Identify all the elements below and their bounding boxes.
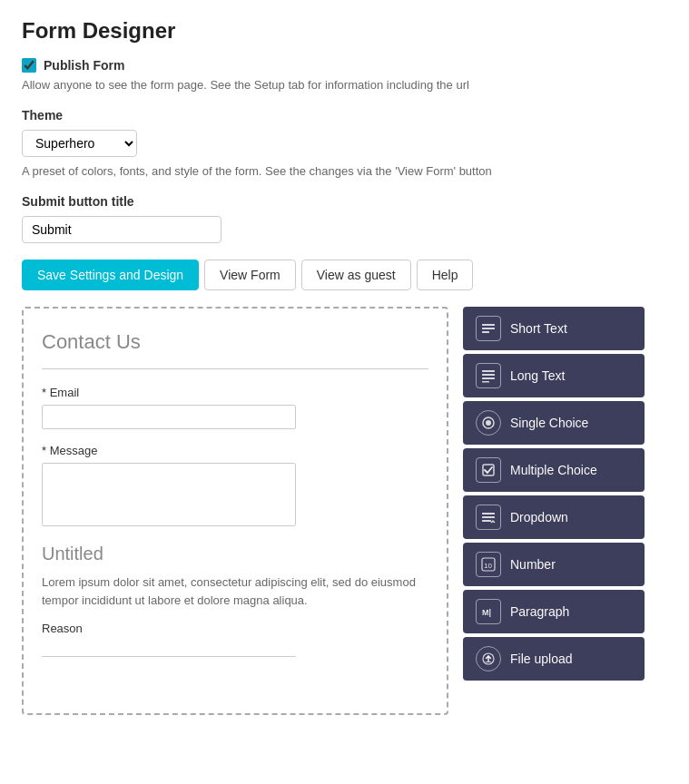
palette-item-dropdown[interactable]: Dropdown: [463, 495, 645, 539]
reason-label: Reason: [42, 622, 428, 635]
message-textarea[interactable]: [42, 463, 296, 526]
view-as-guest-button[interactable]: View as guest: [301, 260, 411, 290]
submit-title-input[interactable]: [22, 216, 221, 243]
file-upload-icon: [476, 646, 501, 671]
svg-point-8: [486, 420, 491, 426]
view-form-button[interactable]: View Form: [204, 260, 296, 290]
message-label: * Message: [42, 444, 428, 457]
number-label: Number: [510, 557, 556, 572]
svg-text:M|: M|: [482, 608, 491, 617]
palette-item-paragraph[interactable]: M| Paragraph: [463, 590, 645, 633]
publish-checkbox[interactable]: [22, 58, 36, 73]
svg-rect-10: [482, 513, 495, 514]
email-field: * Email: [42, 386, 428, 429]
form-preview-title: Contact Us: [42, 330, 428, 354]
publish-hint: Allow anyone to see the form page. See t…: [22, 78, 667, 92]
svg-rect-0: [482, 324, 495, 326]
publish-label: Publish Form: [44, 58, 124, 73]
form-preview: Contact Us * Email * Message Untitled Lo…: [22, 307, 448, 715]
file-upload-label: File upload: [510, 652, 573, 666]
svg-rect-4: [482, 374, 495, 376]
dropdown-icon: [476, 505, 501, 530]
theme-hint: A preset of colors, fonts, and style of …: [22, 164, 667, 178]
svg-rect-6: [482, 381, 489, 383]
single-choice-icon: [476, 410, 501, 436]
palette-item-number[interactable]: 10 Number: [463, 543, 645, 586]
action-buttons: Save Settings and Design View Form View …: [22, 260, 667, 290]
field-palette: Short Text Long Text Single Choice: [463, 307, 645, 681]
svg-rect-5: [482, 377, 495, 379]
paragraph-label: Paragraph: [510, 604, 569, 619]
section-title: Untitled: [42, 544, 428, 564]
reason-field: Reason: [42, 622, 428, 657]
email-label: * Email: [42, 386, 428, 399]
email-input[interactable]: [42, 405, 296, 429]
theme-section: Theme Superhero Default Cosmo Flatly Lum…: [22, 108, 667, 178]
palette-item-multiple-choice[interactable]: Multiple Choice: [463, 448, 645, 492]
dropdown-label: Dropdown: [510, 510, 568, 524]
palette-item-long-text[interactable]: Long Text: [463, 354, 645, 397]
preview-divider: [42, 368, 428, 369]
palette-item-single-choice[interactable]: Single Choice: [463, 401, 645, 445]
short-text-label: Short Text: [510, 321, 567, 336]
multiple-choice-icon: [476, 457, 501, 483]
long-text-label: Long Text: [510, 368, 565, 383]
theme-label: Theme: [22, 108, 667, 122]
svg-rect-12: [482, 520, 491, 522]
page-title: Form Designer: [22, 18, 667, 44]
help-button[interactable]: Help: [417, 260, 474, 290]
theme-select[interactable]: Superhero Default Cosmo Flatly Lumen Min…: [22, 130, 137, 157]
svg-rect-3: [482, 370, 495, 372]
svg-rect-1: [482, 328, 495, 329]
svg-text:10: 10: [484, 562, 492, 570]
submit-title-section: Submit button title: [22, 194, 667, 243]
svg-rect-11: [482, 516, 495, 518]
paragraph-icon: M|: [476, 599, 501, 624]
long-text-icon: [476, 363, 501, 388]
multiple-choice-label: Multiple Choice: [510, 463, 597, 477]
message-field: * Message: [42, 444, 428, 529]
designer-area: Contact Us * Email * Message Untitled Lo…: [22, 307, 667, 715]
palette-item-short-text[interactable]: Short Text: [463, 307, 645, 350]
single-choice-label: Single Choice: [510, 416, 588, 430]
svg-rect-2: [482, 331, 489, 333]
publish-row: Publish Form: [22, 58, 667, 73]
reason-line: [42, 639, 296, 657]
palette-item-file-upload[interactable]: File upload: [463, 637, 645, 681]
number-icon: 10: [476, 552, 501, 577]
submit-title-label: Submit button title: [22, 194, 667, 209]
short-text-icon: [476, 316, 501, 341]
save-settings-button[interactable]: Save Settings and Design: [22, 260, 199, 290]
lorem-text: Lorem ipsum dolor sit amet, consectetur …: [42, 573, 428, 609]
